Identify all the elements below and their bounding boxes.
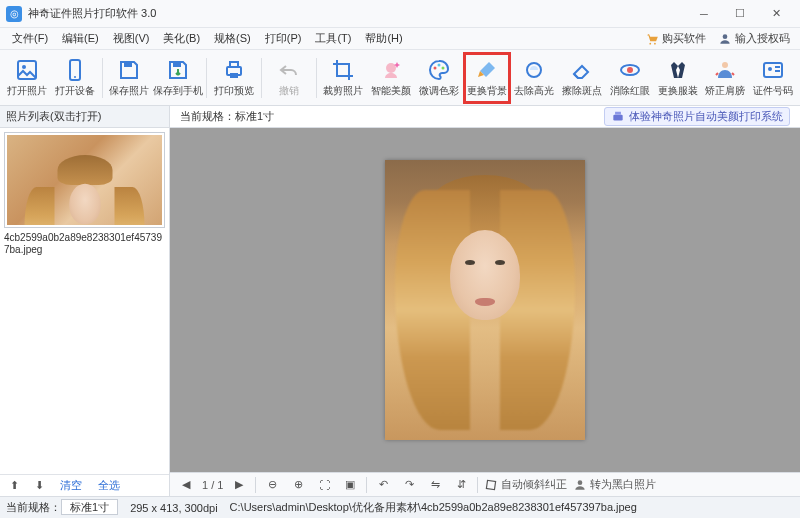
thumbnail-item[interactable]	[4, 132, 165, 228]
svg-point-26	[578, 480, 583, 485]
tool-save-phone-button[interactable]: 保存到手机	[154, 53, 202, 103]
tool-label: 保存照片	[109, 84, 149, 98]
tool-palette-button[interactable]: 微调色彩	[416, 53, 462, 103]
svg-point-1	[654, 42, 656, 44]
zoom-fit-button[interactable]: ⛶	[314, 476, 334, 494]
rotate-right-button[interactable]: ↷	[399, 476, 419, 494]
idcard-icon	[761, 58, 785, 82]
auto-tilt-icon	[484, 478, 498, 492]
brush-icon	[475, 58, 499, 82]
enter-auth-label: 输入授权码	[735, 31, 790, 46]
undo-icon	[277, 58, 301, 82]
tool-phone-button[interactable]: 打开设备	[52, 53, 98, 103]
menu-beautify[interactable]: 美化(B)	[157, 29, 206, 48]
tool-eraser-button[interactable]: 擦除斑点	[559, 53, 605, 103]
tool-highlight-button[interactable]: 去除高光	[512, 53, 558, 103]
spec-prefix: 当前规格：	[180, 109, 235, 124]
menu-edit[interactable]: 编辑(E)	[56, 29, 105, 48]
svg-rect-25	[487, 480, 496, 489]
svg-rect-8	[173, 62, 181, 67]
tool-label: 打开设备	[55, 84, 95, 98]
rotate-left-button[interactable]: ↶	[373, 476, 393, 494]
tool-image-button[interactable]: 打开照片	[4, 53, 50, 103]
tool-suit-button[interactable]: 更换服装	[655, 53, 701, 103]
tool-label: 微调色彩	[419, 84, 459, 98]
tool-undo-button[interactable]: 撤销	[266, 53, 312, 103]
promo-badge[interactable]: 体验神奇照片自动美颜打印系统	[604, 107, 790, 126]
svg-point-0	[649, 42, 651, 44]
save-phone-icon	[166, 58, 190, 82]
menu-help[interactable]: 帮助(H)	[359, 29, 408, 48]
tool-label: 更换服装	[658, 84, 698, 98]
status-spec-value[interactable]: 标准1寸	[61, 499, 118, 515]
minimize-button[interactable]: ─	[686, 3, 722, 25]
photo-list-header: 照片列表(双击打开)	[0, 106, 169, 128]
svg-point-18	[627, 67, 633, 73]
palette-icon	[427, 58, 451, 82]
prev-page-button[interactable]: ◀	[176, 476, 196, 494]
window-title: 神奇证件照片打印软件 3.0	[28, 6, 686, 21]
zoom-actual-button[interactable]: ▣	[340, 476, 360, 494]
tool-crop-button[interactable]: 裁剪照片	[321, 53, 367, 103]
tool-label: 裁剪照片	[323, 84, 363, 98]
photo-canvas[interactable]	[170, 128, 800, 472]
svg-point-14	[437, 63, 440, 66]
tool-label: 去除高光	[514, 84, 554, 98]
svg-point-2	[723, 34, 728, 39]
sidebar-footer: ⬆ ⬇ 清空 全选	[0, 474, 169, 496]
toolbar-separator	[261, 58, 262, 98]
shoulder-icon	[713, 58, 737, 82]
tool-label: 打印预览	[214, 84, 254, 98]
canvas-area: 当前规格： 标准1寸 体验神奇照片自动美颜打印系统 ◀ 1 / 1 ▶	[170, 106, 800, 496]
cart-icon	[645, 32, 659, 46]
tool-idcard-button[interactable]: 证件号码	[750, 53, 796, 103]
close-button[interactable]: ✕	[758, 3, 794, 25]
tool-label: 撤销	[279, 84, 299, 98]
tool-beauty-button[interactable]: 智能美颜	[368, 53, 414, 103]
sort-asc-button[interactable]: ⬆	[4, 478, 25, 493]
to-bw-button[interactable]: 转为黑白照片	[573, 477, 656, 492]
tool-label: 打开照片	[7, 84, 47, 98]
menu-spec[interactable]: 规格(S)	[208, 29, 257, 48]
tool-label: 擦除斑点	[562, 84, 602, 98]
svg-point-13	[433, 66, 436, 69]
zoom-in-button[interactable]: ⊕	[288, 476, 308, 494]
menu-file[interactable]: 文件(F)	[6, 29, 54, 48]
spec-value: 标准1寸	[235, 109, 274, 124]
promo-label: 体验神奇照片自动美颜打印系统	[629, 109, 783, 124]
auto-tilt-button[interactable]: 自动倾斜纠正	[484, 477, 567, 492]
svg-point-19	[722, 62, 728, 68]
flip-v-button[interactable]: ⇵	[451, 476, 471, 494]
svg-point-6	[74, 76, 76, 78]
zoom-out-button[interactable]: ⊖	[262, 476, 282, 494]
tool-label: 矫正肩膀	[705, 84, 745, 98]
menu-view[interactable]: 视图(V)	[107, 29, 156, 48]
menu-tool[interactable]: 工具(T)	[309, 29, 357, 48]
phone-icon	[63, 58, 87, 82]
status-filepath: C:\Users\admin\Desktop\优化备用素材\4cb2599a0b…	[230, 500, 637, 515]
svg-rect-7	[124, 62, 132, 67]
buy-software-link[interactable]: 购买软件	[641, 29, 710, 48]
flip-h-button[interactable]: ⇋	[425, 476, 445, 494]
eraser-icon	[570, 58, 594, 82]
tool-shoulder-button[interactable]: 矫正肩膀	[703, 53, 749, 103]
tool-redeye-button[interactable]: 消除红眼	[607, 53, 653, 103]
tool-printer-button[interactable]: 打印预览	[211, 53, 257, 103]
select-all-button[interactable]: 全选	[92, 477, 126, 494]
tool-save-button[interactable]: 保存照片	[106, 53, 152, 103]
tool-brush-button[interactable]: 更换背景	[464, 53, 510, 103]
title-bar: ◎ 神奇证件照片打印软件 3.0 ─ ☐ ✕	[0, 0, 800, 28]
toolbar-separator	[316, 58, 317, 98]
next-page-button[interactable]: ▶	[229, 476, 249, 494]
photo-list-panel: 照片列表(双击打开) 4cb2599a0b2a89e8238301ef45739…	[0, 106, 170, 496]
enter-auth-link[interactable]: 输入授权码	[714, 29, 794, 48]
maximize-button[interactable]: ☐	[722, 3, 758, 25]
menu-bar: 文件(F) 编辑(E) 视图(V) 美化(B) 规格(S) 打印(P) 工具(T…	[0, 28, 800, 50]
tool-label: 证件号码	[753, 84, 793, 98]
menu-print[interactable]: 打印(P)	[259, 29, 308, 48]
sort-desc-button[interactable]: ⬇	[29, 478, 50, 493]
thumbnail-list: 4cb2599a0b2a89e8238301ef457397ba.jpeg	[0, 128, 169, 474]
clear-list-button[interactable]: 清空	[54, 477, 88, 494]
canvas-footer: ◀ 1 / 1 ▶ ⊖ ⊕ ⛶ ▣ ↶ ↷ ⇋ ⇵ 自动倾斜纠正 转为黑白照片	[170, 472, 800, 496]
main-toolbar: 打开照片打开设备保存照片保存到手机打印预览撤销裁剪照片智能美颜微调色彩更换背景去…	[0, 50, 800, 106]
